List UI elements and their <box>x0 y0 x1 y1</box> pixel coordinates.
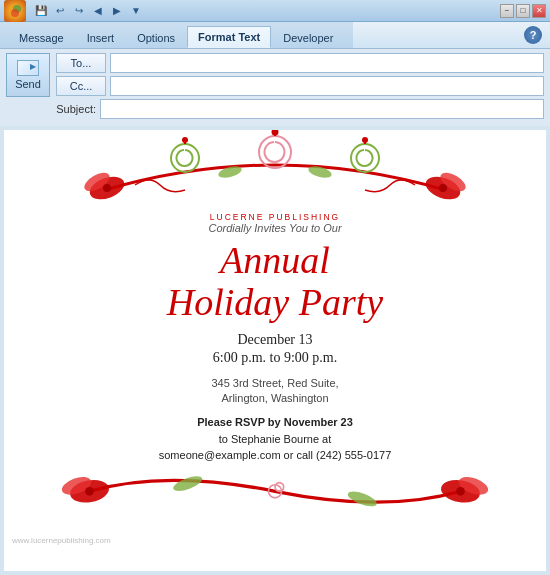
svg-point-5 <box>103 184 111 192</box>
cc-input[interactable] <box>110 76 544 96</box>
cordially-text: Cordially Invites You to Our <box>24 222 526 234</box>
minimize-button[interactable]: − <box>500 4 514 18</box>
tab-options[interactable]: Options <box>126 26 186 48</box>
window-controls: − □ ✕ <box>500 4 546 18</box>
compose-header: Send To... Cc... Subject: <box>0 49 550 126</box>
back-icon[interactable]: ◀ <box>90 3 106 19</box>
svg-point-2 <box>11 9 19 17</box>
office-button[interactable] <box>4 0 26 22</box>
svg-point-8 <box>439 184 447 192</box>
rsvp-strong: Please RSVP by November 23 <box>197 416 353 428</box>
ornament-footer <box>24 464 526 524</box>
subject-input[interactable] <box>100 99 544 119</box>
ribbon-tab-row: Message Insert Options Format Text Devel… <box>0 22 550 48</box>
title-bar: 💾 ↩ ↪ ◀ ▶ ▼ − □ ✕ <box>0 0 550 22</box>
svg-point-22 <box>85 487 94 496</box>
to-input[interactable] <box>110 53 544 73</box>
send-label: Send <box>15 78 41 90</box>
save-icon[interactable]: 💾 <box>33 3 49 19</box>
holiday-party-text: Holiday Party <box>24 282 526 324</box>
subject-row: Subject: <box>56 99 544 119</box>
bottom-ornament-svg <box>24 464 526 524</box>
svg-point-25 <box>456 487 465 496</box>
cc-button[interactable]: Cc... <box>56 76 106 96</box>
svg-point-11 <box>182 137 188 143</box>
tab-message[interactable]: Message <box>8 26 75 48</box>
dropdown-icon[interactable]: ▼ <box>128 3 144 19</box>
tab-insert[interactable]: Insert <box>76 26 126 48</box>
svg-point-9 <box>171 144 199 172</box>
annual-text: Annual <box>24 240 526 282</box>
rsvp-contact: someone@example.com or call (242) 555-01… <box>159 449 392 461</box>
email-body: LUCERNE PUBLISHING Cordially Invites You… <box>4 130 546 571</box>
forward-icon[interactable]: ▶ <box>109 3 125 19</box>
address-line2: Arlington, Washington <box>24 391 526 406</box>
tab-format-text[interactable]: Format Text <box>187 26 271 48</box>
help-button[interactable]: ? <box>524 26 542 44</box>
ribbon: Message Insert Options Format Text Devel… <box>0 22 550 49</box>
title-bar-left: 💾 ↩ ↪ ◀ ▶ ▼ <box>4 0 144 22</box>
watermark: www.lucernepublishing.com <box>4 536 546 545</box>
svg-point-27 <box>346 488 378 509</box>
address-line1: 345 3rd Street, Red Suite, <box>24 376 526 391</box>
rsvp-to: to Stephanie Bourne at <box>219 433 332 445</box>
svg-point-17 <box>362 137 368 143</box>
svg-point-15 <box>351 144 379 172</box>
publisher-name: LUCERNE PUBLISHING <box>24 212 526 222</box>
to-row: To... <box>56 53 544 73</box>
svg-point-26 <box>172 473 204 494</box>
cc-row: Cc... <box>56 76 544 96</box>
ornament-header <box>24 130 526 210</box>
maximize-button[interactable]: □ <box>516 4 530 18</box>
app-window: 💾 ↩ ↪ ◀ ▶ ▼ − □ ✕ Message Insert Options… <box>0 0 550 575</box>
ribbon-tabs: Message Insert Options Format Text Devel… <box>0 22 353 48</box>
to-button[interactable]: To... <box>56 53 106 73</box>
close-button[interactable]: ✕ <box>532 4 546 18</box>
subject-label: Subject: <box>56 103 100 115</box>
invitation-card: LUCERNE PUBLISHING Cordially Invites You… <box>4 130 546 534</box>
tab-developer[interactable]: Developer <box>272 26 344 48</box>
time-text: 6:00 p.m. to 9:00 p.m. <box>24 350 526 366</box>
top-ornament-svg <box>24 130 526 210</box>
undo-icon[interactable]: ↩ <box>52 3 68 19</box>
send-icon <box>17 60 39 76</box>
date-text: December 13 <box>24 332 526 348</box>
svg-point-14 <box>272 130 279 136</box>
compose-fields: To... Cc... Subject: <box>56 53 544 122</box>
redo-icon[interactable]: ↪ <box>71 3 87 19</box>
rsvp-text: Please RSVP by November 23 to Stephanie … <box>24 414 526 464</box>
send-button[interactable]: Send <box>6 53 50 97</box>
